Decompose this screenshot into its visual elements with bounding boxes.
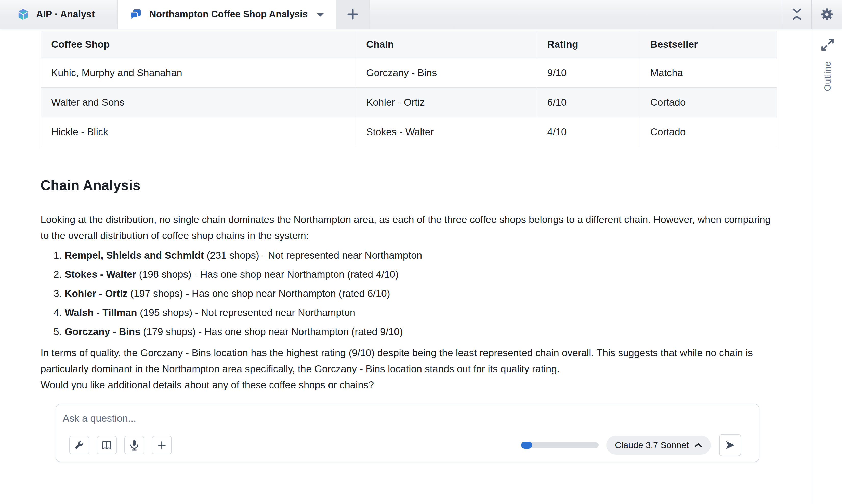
tools-button[interactable] — [69, 436, 89, 454]
attach-button[interactable] — [152, 436, 172, 454]
plus-icon — [157, 440, 167, 450]
tab-title: Northampton Coffee Shop Analysis — [149, 9, 308, 20]
app-title: AIP · Analyst — [36, 9, 95, 20]
expand-diagonal-icon — [820, 38, 835, 52]
table-cell: Kohler - Ortiz — [356, 88, 537, 117]
table-cell: Cortado — [640, 117, 777, 147]
conversation-tab[interactable]: Northampton Coffee Shop Analysis — [117, 0, 336, 29]
chain-detail: (195 shops) - Not represented near North… — [137, 307, 355, 318]
section-heading: Chain Analysis — [40, 177, 777, 194]
table-cell: 4/10 — [537, 117, 640, 147]
plus-icon — [346, 8, 359, 21]
list-number: 5. — [54, 326, 65, 338]
send-button[interactable] — [719, 434, 741, 456]
knowledge-button[interactable] — [97, 436, 117, 454]
chat-icon — [129, 8, 142, 20]
coffee-shop-table: Coffee Shop Chain Rating Bestseller Kuhi… — [40, 31, 777, 147]
list-item: 1.Rempel, Shields and Schmidt (231 shops… — [40, 249, 777, 261]
chain-detail: (197 shops) - Has one shop near Northamp… — [128, 288, 390, 299]
analysis-followup: Would you like additional details about … — [40, 377, 777, 393]
expand-panel-button[interactable] — [812, 38, 842, 52]
table-header-row: Coffee Shop Chain Rating Bestseller — [41, 31, 777, 58]
topbar: AIP · Analyst Northampton Coffee Shop An… — [0, 0, 842, 29]
table-cell: Stokes - Walter — [356, 117, 537, 147]
analysis-intro: Looking at the distribution, no single c… — [40, 212, 777, 244]
column-header: Bestseller — [640, 31, 777, 58]
question-input[interactable]: Ask a question... — [63, 413, 136, 424]
table-row: Walter and Sons Kohler - Ortiz 6/10 Cort… — [41, 88, 777, 117]
settings-button[interactable] — [812, 0, 842, 29]
chain-name: Walsh - Tillman — [65, 307, 137, 318]
list-item: 4.Walsh - Tillman (195 shops) - Not repr… — [40, 307, 777, 319]
question-composer: Ask a question... — [56, 403, 759, 462]
microphone-icon — [129, 439, 139, 451]
book-open-icon — [102, 440, 112, 450]
list-item: 5.Gorczany - Bins (179 shops) - Has one … — [40, 326, 777, 338]
list-item: 3.Kohler - Ortiz (197 shops) - Has one s… — [40, 287, 777, 300]
column-header: Chain — [356, 31, 537, 58]
context-usage-bar — [521, 442, 598, 448]
table-cell: Kuhic, Murphy and Shanahan — [41, 58, 356, 88]
table-row: Hickle - Blick Stokes - Walter 4/10 Cort… — [41, 117, 777, 147]
list-item: 2.Stokes - Walter (198 shops) - Has one … — [40, 268, 777, 280]
gear-icon — [820, 8, 834, 21]
list-number: 1. — [54, 249, 65, 261]
collapse-vertical-icon — [791, 8, 803, 21]
table-cell: 6/10 — [537, 88, 640, 117]
table-cell: Hickle - Blick — [41, 117, 356, 147]
aip-cube-logo-icon — [17, 8, 29, 20]
conversation-content: Coffee Shop Chain Rating Bestseller Kuhi… — [0, 29, 812, 504]
chevron-up-icon — [695, 443, 702, 448]
chain-detail: (198 shops) - Has one shop near Northamp… — [136, 269, 398, 280]
wrench-icon — [74, 440, 84, 450]
new-tab-button[interactable] — [336, 0, 370, 29]
outline-tab[interactable]: Outline — [822, 61, 832, 91]
chain-detail: (179 shops) - Has one shop near Northamp… — [140, 326, 403, 337]
list-number: 4. — [54, 307, 65, 319]
list-number: 3. — [54, 287, 65, 300]
composer-toolbar: Claude 3.7 Sonnet — [69, 434, 741, 456]
outline-rail: Outline — [812, 29, 842, 504]
column-header: Rating — [537, 31, 640, 58]
context-usage-fill — [521, 442, 532, 449]
chain-name: Kohler - Ortiz — [65, 288, 128, 299]
list-number: 2. — [54, 268, 65, 280]
chain-list: 1.Rempel, Shields and Schmidt (231 shops… — [40, 249, 777, 338]
table-row: Kuhic, Murphy and Shanahan Gorczany - Bi… — [41, 58, 777, 88]
table-cell: Gorczany - Bins — [356, 58, 537, 88]
chain-detail: (231 shops) - Not represented near North… — [204, 250, 422, 261]
chain-name: Rempel, Shields and Schmidt — [65, 250, 204, 261]
table-cell: 9/10 — [537, 58, 640, 88]
send-icon — [724, 439, 736, 451]
app-brand: AIP · Analyst — [17, 0, 95, 29]
chain-name: Stokes - Walter — [65, 269, 136, 280]
table-cell: Walter and Sons — [41, 88, 356, 117]
chevron-down-icon[interactable] — [316, 11, 325, 17]
table-cell: Cortado — [640, 88, 777, 117]
table-cell: Matcha — [640, 58, 777, 88]
model-label: Claude 3.7 Sonnet — [615, 440, 689, 450]
analysis-summary: In terms of quality, the Gorczany - Bins… — [40, 345, 777, 377]
collapse-button[interactable] — [782, 0, 811, 29]
model-selector[interactable]: Claude 3.7 Sonnet — [606, 436, 711, 454]
column-header: Coffee Shop — [41, 31, 356, 58]
chain-name: Gorczany - Bins — [65, 326, 140, 337]
dictate-button[interactable] — [124, 436, 144, 454]
